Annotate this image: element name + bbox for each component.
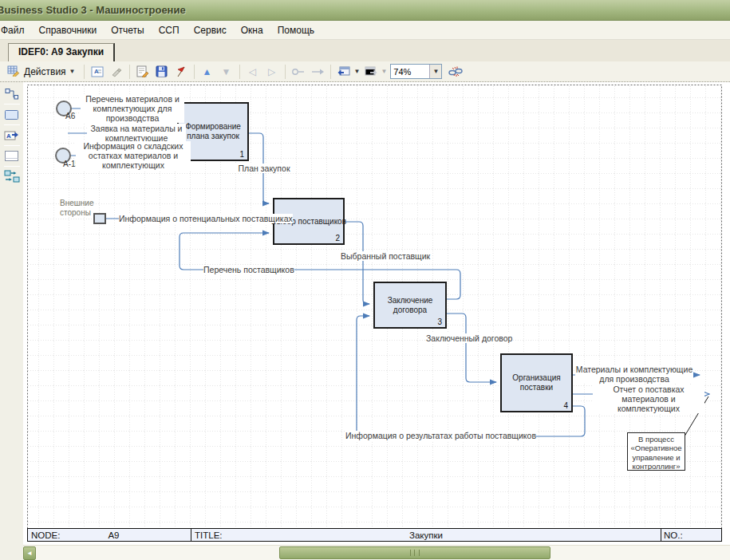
external-party-square[interactable]: [93, 213, 106, 224]
flow-label-in3: Информация о складских остатках материал…: [76, 141, 191, 170]
callout-box[interactable]: В процесс «Оперативное управление и конт…: [627, 432, 685, 471]
flow-label-results-feedback: Информация о результатах работы поставщи…: [345, 431, 536, 440]
format-brush-button[interactable]: [108, 64, 125, 80]
flag-icon: [176, 65, 187, 77]
flow-label-in2: Заявка на материалы и комплектующие: [87, 124, 186, 143]
left-toolbar-separator: [4, 166, 20, 167]
footer-node-value: A9: [108, 530, 119, 540]
activity-box-3-number: 3: [437, 317, 442, 326]
zoom-input[interactable]: [391, 67, 429, 77]
move-down-button[interactable]: ▼: [218, 64, 235, 80]
scrollbar-track[interactable]: ◄: [23, 545, 730, 560]
flow-label-in1: Перечень материалов и комплектующих для …: [81, 94, 184, 123]
scrollbar-corner-spacer: [0, 545, 23, 560]
flow-label-report-out: Отчет о поставках материалов и комплекту…: [593, 385, 704, 413]
go-child-icon: [310, 68, 325, 76]
edit-note-button[interactable]: [134, 64, 152, 80]
footer-node-label: NODE:: [31, 530, 60, 540]
horizontal-scrollbar: ◄: [0, 545, 730, 560]
menu-directories[interactable]: Справочники: [32, 22, 105, 38]
left-toolbar-separator: [4, 124, 20, 125]
menu-windows[interactable]: Окна: [234, 22, 270, 38]
format-brush-icon: [110, 66, 122, 77]
diagram-canvas[interactable]: А6 А-15 Внешние стороны Формирование пла…: [23, 82, 730, 545]
svg-text:A: A: [6, 132, 11, 140]
toolbar-separator: [129, 65, 130, 79]
app-window: Business Studio 3 - Машиностроение Файл …: [0, 0, 730, 560]
left-arrow-icon: ◁: [249, 66, 256, 77]
box-tool-icon: [4, 109, 19, 120]
activity-box-4[interactable]: Организация поставки 4: [500, 353, 573, 412]
save-button[interactable]: [153, 64, 171, 80]
frame-tool-icon: [4, 150, 19, 162]
text-properties-icon: A: [91, 66, 104, 77]
menu-ssp[interactable]: ССП: [152, 22, 187, 38]
decomposition-tool-button[interactable]: [2, 168, 22, 185]
go-parent-button[interactable]: [290, 64, 307, 80]
broken-link-button[interactable]: [447, 64, 464, 80]
decomposition-tool-icon: [4, 170, 20, 183]
activity-box-2-number: 2: [335, 234, 340, 243]
external-ref-label-a6: А6: [65, 112, 75, 120]
tab-idef0-a9[interactable]: IDEF0: A9 Закупки: [8, 43, 115, 61]
activity-box-3[interactable]: Заключение договора 3: [373, 282, 447, 329]
window-back-icon: [337, 65, 350, 77]
scrollbar-thumb[interactable]: [279, 546, 550, 559]
actions-button[interactable]: Действия ▼: [3, 64, 80, 80]
nav-left-button[interactable]: ◁: [244, 64, 262, 80]
connector-tool-icon: [5, 88, 19, 101]
nav-right-button[interactable]: ▷: [263, 64, 281, 80]
actions-label: Действия: [24, 66, 66, 77]
move-up-button[interactable]: ▲: [199, 64, 216, 80]
chevron-down-icon: ▼: [381, 68, 387, 75]
menu-reports[interactable]: Отчеты: [104, 22, 151, 38]
go-child-button[interactable]: [309, 64, 326, 80]
flow-label-suppliers-list: Перечень поставщиков: [203, 265, 294, 274]
frame-tool-button[interactable]: [2, 148, 22, 164]
window-forward-icon: [364, 65, 377, 77]
toolbar-separator: [330, 65, 331, 79]
scrollbar-left-button[interactable]: ◄: [23, 546, 36, 560]
window-back-button[interactable]: [335, 64, 353, 80]
chevron-down-icon: ▼: [69, 68, 76, 75]
up-arrow-icon: ▲: [203, 66, 212, 77]
go-parent-icon: [291, 68, 306, 76]
zoom-dropdown-button[interactable]: ▼: [429, 65, 441, 78]
menu-file[interactable]: Файл: [0, 22, 32, 38]
toolbar-separator: [239, 65, 240, 79]
toolbar-separator: [285, 65, 286, 79]
activity-box-1-number: 1: [239, 150, 244, 159]
connector-tool-button[interactable]: [2, 85, 22, 102]
text-properties-button[interactable]: A: [89, 64, 106, 80]
picture-tool-icon: A: [4, 129, 19, 142]
scrollbar-grip: [410, 550, 420, 556]
tab-strip: IDEF0: A9 Закупки: [0, 40, 730, 61]
flag-button[interactable]: [172, 64, 190, 80]
flow-label-materials-out: Материалы и комплектующие для производст…: [575, 365, 693, 384]
actions-grid-pencil-icon: [7, 64, 21, 79]
save-icon: [156, 65, 168, 77]
activity-box-3-label: Заключение договора: [375, 296, 445, 315]
activity-box-1-label: Формирование плана закупок: [179, 122, 247, 141]
idef0-footer-bar: NODE: A9 TITLE: Закупки NO.:: [27, 528, 722, 542]
activity-box-4-number: 4: [563, 401, 568, 410]
window-forward-button[interactable]: [361, 64, 379, 80]
toolbar-separator: [84, 65, 85, 79]
footer-title-value: Закупки: [191, 530, 661, 540]
title-bar: Business Studio 3 - Машиностроение: [0, 0, 730, 21]
flow-label-contract: Заключенный договор: [426, 333, 512, 343]
main-area: A: [0, 82, 730, 545]
chevron-down-icon[interactable]: ▼: [354, 68, 361, 75]
left-toolbar-separator: [4, 145, 20, 146]
picture-tool-button[interactable]: A: [2, 127, 22, 144]
right-arrow-icon: ▷: [268, 66, 275, 77]
flow-label-chosen: Выбранный поставщик: [341, 251, 430, 261]
flow-label-plan: План закупок: [235, 164, 293, 173]
menu-service[interactable]: Сервис: [187, 22, 234, 38]
menu-help[interactable]: Помощь: [270, 22, 322, 38]
box-tool-button[interactable]: [2, 106, 22, 123]
left-toolbar-separator: [4, 104, 20, 105]
edit-note-icon: [136, 65, 149, 77]
menu-bar: Файл Справочники Отчеты ССП Сервис Окна …: [0, 21, 730, 40]
down-arrow-icon: ▼: [222, 66, 231, 77]
